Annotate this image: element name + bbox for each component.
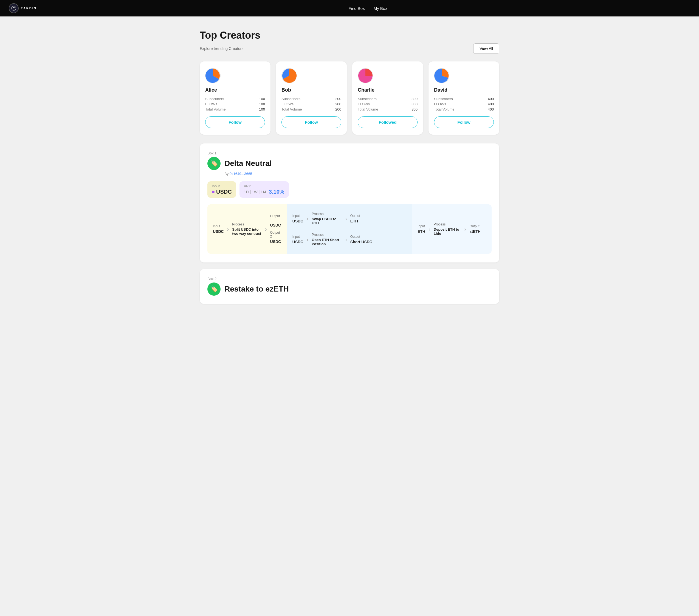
- arrow-1: ›: [227, 226, 229, 232]
- creator-card-charlie: Charlie Subscribers 300 FLOWs 300 Total …: [352, 62, 423, 135]
- stat-subscribers-charlie: Subscribers 300: [358, 97, 418, 101]
- creator-avatar-alice: [205, 68, 221, 83]
- section-header: Explore trending Creators View All: [200, 43, 499, 54]
- stat-subscribers-david: Subscribers 400: [434, 97, 494, 101]
- svg-point-1: [13, 6, 15, 8]
- creator-avatar-charlie: [358, 68, 373, 83]
- box-label-2: Box 2: [207, 277, 492, 281]
- flow-node-output2: Output 2 USDC: [270, 231, 281, 244]
- flow-multi-output: Output 1 USDC Output 2 USDC: [270, 214, 281, 244]
- stat-volume-charlie: Total Volume 300: [358, 107, 418, 111]
- output2b-label: Output: [350, 235, 372, 239]
- follow-button-alice[interactable]: Follow: [205, 116, 265, 128]
- flow-node-process2b: Process Open ETH Short Position: [312, 233, 342, 246]
- follow-button-charlie[interactable]: Followed: [358, 116, 418, 128]
- navbar-nav: Find Box My Box: [348, 6, 387, 11]
- box-title-2: Restake to ezETH: [224, 285, 289, 293]
- apy-label-1: APY: [244, 184, 251, 188]
- arrow-7: ›: [428, 226, 431, 232]
- navbar-logo: TARDIS: [9, 3, 37, 13]
- output2-value: USDC: [270, 239, 281, 244]
- flow-section-lido: Input ETH › Process Deposit ETH to Lido …: [412, 204, 492, 254]
- flow-pair-bottom: Input USDC › Process Open ETH Short Posi…: [292, 233, 372, 246]
- input-value-1: USDC: [212, 189, 232, 195]
- flow-node-output2a: Output ETH: [350, 214, 360, 223]
- creator-stats-bob: Subscribers 200 FLOWs 200 Total Volume 2…: [281, 97, 341, 111]
- stat-subscribers-bob: Subscribers 200: [281, 97, 341, 101]
- process2a-value: Swap USDC to ETH: [312, 217, 342, 225]
- flow-section-parallel: Input USDC › Process Swap USDC to ETH › …: [287, 204, 412, 254]
- flow-node-process1: Process Split USDC into two way contract: [232, 223, 262, 236]
- apy-value-1: 3.10%: [269, 189, 285, 195]
- creator-stats-charlie: Subscribers 300 FLOWs 300 Total Volume 3…: [358, 97, 418, 111]
- input-label-1: Input: [212, 184, 220, 188]
- output1-label: Output 1: [270, 214, 281, 222]
- process3-value: Deposit ETH to Lido: [434, 227, 461, 236]
- box-by-1: By 0x1649...3665: [224, 172, 492, 176]
- box-header-2: 🏷️ Restake to ezETH: [207, 282, 492, 296]
- flow-node-output2b: Output Short USDC: [350, 235, 372, 244]
- process2b-value: Open ETH Short Position: [312, 238, 342, 246]
- flow-node-input1: Input USDC: [213, 224, 224, 234]
- arrow-3: ›: [306, 216, 308, 222]
- flow-node-process2a: Process Swap USDC to ETH: [312, 212, 342, 225]
- stat-volume-david: Total Volume 400: [434, 107, 494, 111]
- box-tags-1: Input USDC APY 1D | 1W | 1D | 1W | 1M1M …: [207, 181, 492, 198]
- box-address-1[interactable]: 0x1649...3665: [229, 172, 252, 176]
- arrow-8: ›: [464, 226, 466, 232]
- output3-label: Output: [470, 224, 480, 228]
- flow-multi-inputs: Input USDC › Process Swap USDC to ETH › …: [292, 212, 372, 246]
- output2-label: Output 2: [270, 231, 281, 238]
- creator-avatar-bob: [281, 68, 297, 83]
- creator-name-david: David: [434, 87, 494, 93]
- process1-value: Split USDC into two way contract: [232, 227, 262, 236]
- tag-input-1: Input USDC: [207, 181, 236, 198]
- follow-button-david[interactable]: Follow: [434, 116, 494, 128]
- creator-avatar-david: [434, 68, 449, 83]
- stat-flows-bob: FLOWs 200: [281, 102, 341, 106]
- flow-node-output1: Output 1 USDC: [270, 214, 281, 227]
- box-title-1: Delta Neutral: [224, 159, 272, 168]
- creator-name-bob: Bob: [281, 87, 341, 93]
- process1-label: Process: [232, 223, 262, 226]
- creator-name-alice: Alice: [205, 87, 265, 93]
- apy-row-1: 1D | 1W | 1D | 1W | 1M1M 3.10%: [244, 189, 285, 195]
- nav-my-box[interactable]: My Box: [374, 6, 387, 11]
- page-title: Top Creators: [200, 30, 499, 41]
- arrow-2: ›: [265, 226, 267, 232]
- tag-apy-1: APY 1D | 1W | 1D | 1W | 1M1M 3.10%: [239, 181, 289, 198]
- box-label-1: Box 1: [207, 151, 492, 155]
- creator-card-alice: Alice Subscribers 100 FLOWs 100 Total Vo…: [200, 62, 271, 135]
- box-icon-2: 🏷️: [207, 282, 221, 296]
- stat-flows-charlie: FLOWs 300: [358, 102, 418, 106]
- process2b-label: Process: [312, 233, 342, 237]
- stat-volume-bob: Total Volume 200: [281, 107, 341, 111]
- flow-pair-top: Input USDC › Process Swap USDC to ETH › …: [292, 212, 372, 225]
- flow-node-input3: Input ETH: [418, 224, 425, 234]
- logo-icon: [9, 3, 19, 13]
- flow-node-input2b: Input USDC: [292, 235, 303, 244]
- flow-node-input2a: Input USDC: [292, 214, 303, 223]
- creator-card-david: David Subscribers 400 FLOWs 400 Total Vo…: [428, 62, 499, 135]
- box-icon-1: 🏷️: [207, 157, 221, 170]
- input2b-label: Input: [292, 235, 303, 239]
- output2a-label: Output: [350, 214, 360, 218]
- flow-node-output3: Output stETH: [470, 224, 480, 234]
- stat-flows-david: FLOWs 400: [434, 102, 494, 106]
- input2a-label: Input: [292, 214, 303, 218]
- nav-find-box[interactable]: Find Box: [348, 6, 365, 11]
- box-card-2: Box 2 🏷️ Restake to ezETH: [200, 269, 499, 304]
- stat-flows-alice: FLOWs 100: [205, 102, 265, 106]
- flow-node-process3: Process Deposit ETH to Lido: [434, 223, 461, 236]
- logo-text: TARDIS: [21, 6, 37, 10]
- arrow-6: ›: [345, 237, 347, 243]
- flow-diagram-1: Input USDC › Process Split USDC into two…: [207, 204, 492, 254]
- box-card-1: Box 1 🏷️ Delta Neutral By 0x1649...3665 …: [200, 144, 499, 263]
- stat-volume-alice: Total Volume 100: [205, 107, 265, 111]
- output1-value: USDC: [270, 223, 281, 227]
- creator-name-charlie: Charlie: [358, 87, 418, 93]
- creator-stats-david: Subscribers 400 FLOWs 400 Total Volume 4…: [434, 97, 494, 111]
- view-all-button[interactable]: View All: [473, 43, 499, 54]
- output3-value: stETH: [470, 229, 480, 234]
- follow-button-bob[interactable]: Follow: [281, 116, 341, 128]
